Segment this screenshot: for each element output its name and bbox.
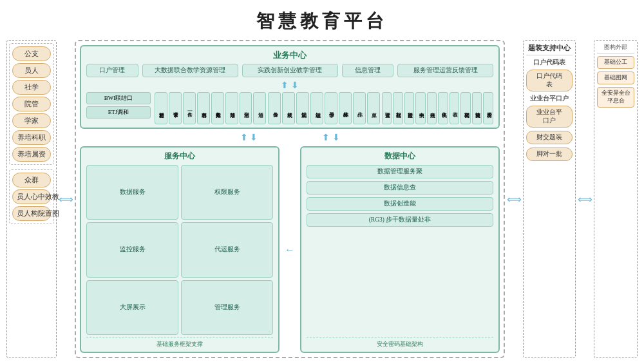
bc-col-1-1: 料材通普	[155, 92, 167, 124]
bc-col-3-6: 集体机	[438, 92, 448, 124]
bc-sections-row: 口户管理 大数据联合教学资源管理 实践创新创业教学管理 信息管理 服务管理运营反…	[86, 64, 493, 77]
bc-tag-1: BWI联结口	[86, 92, 151, 104]
user-item-6: 养培科职	[12, 130, 51, 145]
right-col1-title: 题装支持中心	[526, 43, 573, 55]
bc-up-arrow: ⬆ ⬇	[86, 80, 493, 91]
bc-col-3-10: 货出票发	[483, 92, 493, 124]
bc-col-2-5: 价评习学	[325, 92, 337, 124]
right-col1-section4: 脚对一批	[526, 148, 573, 161]
bc-col-1-8: 知通	[253, 92, 266, 124]
right-ext-item-3: 全安异全台平息合	[597, 87, 634, 108]
bc-col-1-7: 化测进	[240, 92, 252, 124]
page: 智慧教育平台 公支 员人 社学 院管 学家 养培科职 养培属资 众群 员人心中效…	[0, 0, 644, 362]
arrow-icon-left: ⟺	[59, 193, 73, 205]
right-ext-item-2: 基础图网	[597, 71, 634, 84]
user-item-7: 养培属资	[12, 147, 51, 162]
bc-info: 信息管理	[342, 64, 394, 77]
bc-col-2-3: 划规知认	[296, 92, 309, 124]
right-support-center: 题装支持中心 口户代码表 口户代码表 业业台平口户 业业台平口户 财交题装 脚对…	[523, 40, 576, 358]
user-item-2: 员人	[12, 63, 51, 78]
service-data-arrow: ←	[283, 146, 296, 353]
right-business-label: 业业台平口户	[526, 95, 573, 103]
bc-tag-2: ETJ调和	[86, 106, 151, 119]
service-center: 服务中心 数据服务 权限服务 监控服务 代运服务 大屏展示 管理服务 基础服务框…	[80, 146, 279, 353]
right-col1-section2: 业业台平口户 业业台平口户	[526, 95, 573, 128]
left-users-box: 公支 员人 社学 院管 学家 养培科职 养培属资 众群 员人心中效教 员人构院置…	[6, 40, 57, 358]
dc-item-1: 数据管理服务聚	[307, 165, 493, 178]
arrow-right-icon: ⟺	[578, 193, 592, 205]
user-item-4: 院管	[12, 97, 51, 111]
bc-col-1-4: 容内节单	[197, 92, 210, 124]
service-grid: 数据服务 权限服务 监控服务 代运服务 大屏展示 管理服务	[86, 165, 273, 335]
bc-col-3-1: 行运资证	[382, 92, 392, 124]
right-col1-section1: 口户代码表 口户代码表	[526, 59, 573, 91]
bc-col-2-8: 单菜	[367, 92, 380, 124]
bc-bottom-row: BWI联结口 ETJ调和 料材通普 务课节公 一件条 容内节单 案备指教 划计节…	[86, 92, 493, 124]
data-bottom-label: 安全密码基础架构	[307, 338, 493, 348]
bc-tags: BWI联结口 ETJ调和	[86, 92, 151, 124]
service-center-title: 服务中心	[86, 151, 273, 162]
bc-col-3-7: 收回	[450, 92, 460, 124]
business-center-title: 业务中心	[86, 50, 493, 61]
bc-col-3-5: 来往商	[427, 92, 437, 124]
user-item-3: 社学	[12, 80, 51, 95]
data-center-title: 数据中心	[307, 151, 493, 162]
center-arrows: ⬆ ⬇ ⬆ ⬇	[80, 132, 500, 143]
bc-portal: 口户管理	[86, 64, 138, 77]
center-area: 业务中心 口户管理 大数据联合教学资源管理 实践创新创业教学管理 信息管理 服务…	[75, 40, 505, 358]
main-layout: 公支 员人 社学 院管 学家 养培科职 养培属资 众群 员人心中效教 员人构院置…	[6, 40, 638, 362]
right-ext-item-1: 基础公工	[597, 56, 634, 69]
user-item-5: 学家	[12, 113, 51, 128]
bc-col-1-3: 一件条	[183, 92, 196, 124]
sc-item-5: 大屏展示	[86, 280, 178, 335]
bc-col-2-6: 签标品作	[339, 92, 352, 124]
data-center: 数据中心 数据管理服务聚 数据信息查 数据创造能 (RG3) 步干数据量处非 安…	[300, 146, 500, 353]
bc-col-group-3: 行运资证 行运利权 行运额资 央中商 来往商 集体机 收回 利权额资 转流额资 …	[382, 92, 493, 124]
right-portal-label: 口户代码表	[526, 59, 573, 67]
bc-col-groups: 料材通普 务课节公 一件条 容内节单 案备指教 划计节单 化测进 知通 份身备 …	[155, 92, 493, 124]
bc-col-1-5: 案备指教	[211, 92, 224, 124]
up-down-arrow-2: ⬆ ⬇	[322, 132, 340, 143]
bc-col-3-4: 央中商	[415, 92, 426, 124]
bc-col-2-2: 式模复	[282, 92, 295, 124]
right-col1-col2-arrow: ⟺	[578, 40, 591, 358]
bc-col-2-1: 份身备	[268, 92, 281, 124]
bc-col-3-9: 转流额资	[472, 92, 482, 124]
service-bottom-label: 基础服务框架支撑	[86, 338, 273, 348]
bc-bigdata: 大数据联合教学资源管理	[142, 64, 238, 77]
bottom-item-2: 员人心中效教	[12, 189, 51, 204]
left-arrow-icon: ←	[285, 244, 295, 256]
dc-items-list: 数据管理服务聚 数据信息查 数据创造能 (RG3) 步干数据量处非	[307, 165, 493, 335]
right-col1-section3: 财交题装	[526, 131, 573, 144]
right-external: 图构外部 基础公工 基础图网 全安异全台平息合	[594, 40, 638, 358]
dc-item-4: (RG3) 步干数据量处非	[307, 213, 493, 227]
sc-item-4: 代运服务	[181, 222, 273, 277]
right-item-portal: 口户代码表	[526, 70, 573, 91]
sc-item-2: 权限服务	[181, 165, 273, 220]
bottom-item-3: 员人构院置图	[12, 206, 51, 221]
arrow-icon-right: ⟺	[507, 193, 522, 205]
sc-item-3: 监控服务	[86, 222, 178, 277]
bottom-item-1: 众群	[12, 173, 51, 187]
bc-col-1-2: 务课节公	[169, 92, 182, 124]
bc-col-3-3: 行运额资	[404, 92, 415, 124]
dc-item-2: 数据信息查	[307, 181, 493, 195]
bottom-center-area: 服务中心 数据服务 权限服务 监控服务 代运服务 大屏展示 管理服务 基础服务框…	[80, 146, 500, 353]
center-right-arrow: ⟺	[507, 40, 520, 358]
left-center-arrow: ⟺	[59, 40, 72, 358]
right-col2-title: 图构外部	[597, 43, 634, 53]
bc-col-1-6: 划计节单	[225, 92, 238, 124]
business-center: 业务中心 口户管理 大数据联合教学资源管理 实践创新创业教学管理 信息管理 服务…	[80, 45, 500, 129]
bc-col-group-2: 份身备 式模复 划规知认 结总知认 价评习学 签标品作 品作 单菜	[268, 92, 379, 124]
dc-item-3: 数据创造能	[307, 197, 493, 211]
right-item-batch: 脚对一批	[526, 148, 573, 161]
right-item-business: 业业台平口户	[526, 106, 573, 128]
right-item-finance: 财交题装	[526, 131, 573, 144]
bc-innovation: 实践创新创业教学管理	[242, 64, 338, 77]
bc-col-2-4: 结总知认	[310, 92, 323, 124]
sc-item-6: 管理服务	[181, 280, 273, 335]
sc-item-1: 数据服务	[86, 165, 178, 220]
bc-col-2-7: 品作	[353, 92, 366, 124]
bc-col-3-2: 行运利权	[393, 92, 403, 124]
user-item-1: 公支	[12, 46, 51, 61]
